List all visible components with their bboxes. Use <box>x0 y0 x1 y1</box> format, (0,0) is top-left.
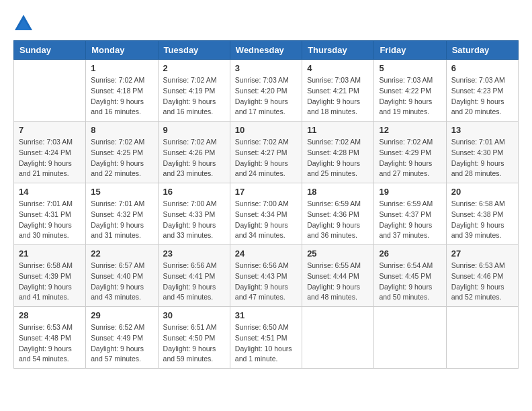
calendar-cell: 6Sunrise: 7:03 AM Sunset: 4:23 PM Daylig… <box>446 60 518 122</box>
day-number: 8 <box>91 125 152 135</box>
day-info: Sunrise: 6:58 AM Sunset: 4:38 PM Dayligh… <box>451 199 513 241</box>
day-info: Sunrise: 6:53 AM Sunset: 4:46 PM Dayligh… <box>451 261 513 303</box>
calendar-cell: 25Sunrise: 6:55 AM Sunset: 4:44 PM Dayli… <box>302 245 374 307</box>
day-number: 15 <box>91 187 152 197</box>
calendar-cell: 4Sunrise: 7:03 AM Sunset: 4:21 PM Daylig… <box>302 60 374 122</box>
day-number: 14 <box>19 187 81 197</box>
day-number: 26 <box>379 248 441 259</box>
calendar-cell: 30Sunrise: 6:51 AM Sunset: 4:50 PM Dayli… <box>158 307 230 369</box>
calendar-cell: 26Sunrise: 6:54 AM Sunset: 4:45 PM Dayli… <box>374 245 446 307</box>
calendar-cell: 2Sunrise: 7:02 AM Sunset: 4:19 PM Daylig… <box>158 60 230 122</box>
day-info: Sunrise: 7:03 AM Sunset: 4:20 PM Dayligh… <box>235 75 297 118</box>
calendar-cell: 11Sunrise: 7:02 AM Sunset: 4:28 PM Dayli… <box>302 122 374 183</box>
calendar-cell: 19Sunrise: 6:59 AM Sunset: 4:37 PM Dayli… <box>374 183 446 245</box>
day-number: 20 <box>451 187 513 197</box>
day-number: 5 <box>379 63 441 73</box>
day-number: 27 <box>451 248 513 259</box>
day-number: 2 <box>163 63 225 73</box>
calendar-week-row: 1Sunrise: 7:02 AM Sunset: 4:18 PM Daylig… <box>14 60 519 122</box>
day-info: Sunrise: 7:01 AM Sunset: 4:32 PM Dayligh… <box>91 199 152 241</box>
day-number: 23 <box>163 248 225 259</box>
day-info: Sunrise: 7:03 AM Sunset: 4:23 PM Dayligh… <box>451 75 513 118</box>
day-info: Sunrise: 7:03 AM Sunset: 4:24 PM Dayligh… <box>19 137 81 179</box>
calendar-cell: 14Sunrise: 7:01 AM Sunset: 4:31 PM Dayli… <box>14 183 86 245</box>
day-info: Sunrise: 7:02 AM Sunset: 4:29 PM Dayligh… <box>379 137 441 179</box>
day-number: 13 <box>451 125 513 135</box>
day-info: Sunrise: 6:52 AM Sunset: 4:49 PM Dayligh… <box>91 322 152 365</box>
calendar-week-row: 14Sunrise: 7:01 AM Sunset: 4:31 PM Dayli… <box>14 183 519 245</box>
calendar-week-row: 21Sunrise: 6:58 AM Sunset: 4:39 PM Dayli… <box>14 245 519 307</box>
calendar-cell: 10Sunrise: 7:02 AM Sunset: 4:27 PM Dayli… <box>230 122 302 183</box>
day-number: 9 <box>163 125 225 135</box>
calendar-cell <box>14 60 86 122</box>
calendar-cell: 18Sunrise: 6:59 AM Sunset: 4:36 PM Dayli… <box>302 183 374 245</box>
day-number: 28 <box>19 310 81 320</box>
calendar-week-row: 7Sunrise: 7:03 AM Sunset: 4:24 PM Daylig… <box>14 122 519 183</box>
logo <box>13 13 36 34</box>
day-number: 3 <box>235 63 297 73</box>
day-info: Sunrise: 7:02 AM Sunset: 4:18 PM Dayligh… <box>91 75 152 118</box>
day-number: 22 <box>91 248 152 259</box>
day-number: 24 <box>235 248 297 259</box>
day-info: Sunrise: 6:58 AM Sunset: 4:39 PM Dayligh… <box>19 261 81 303</box>
logo-icon <box>13 13 34 34</box>
day-info: Sunrise: 7:02 AM Sunset: 4:19 PM Dayligh… <box>163 75 225 118</box>
calendar-cell: 9Sunrise: 7:02 AM Sunset: 4:26 PM Daylig… <box>158 122 230 183</box>
calendar-cell <box>374 307 446 369</box>
calendar-cell: 8Sunrise: 7:02 AM Sunset: 4:25 PM Daylig… <box>86 122 158 183</box>
calendar-cell <box>302 307 374 369</box>
day-info: Sunrise: 6:50 AM Sunset: 4:51 PM Dayligh… <box>235 322 297 365</box>
day-number: 30 <box>163 310 225 320</box>
day-info: Sunrise: 7:00 AM Sunset: 4:33 PM Dayligh… <box>163 199 225 241</box>
day-number: 10 <box>235 125 297 135</box>
day-info: Sunrise: 7:02 AM Sunset: 4:27 PM Dayligh… <box>235 137 297 179</box>
calendar-week-row: 28Sunrise: 6:53 AM Sunset: 4:48 PM Dayli… <box>14 307 519 369</box>
calendar-cell: 15Sunrise: 7:01 AM Sunset: 4:32 PM Dayli… <box>86 183 158 245</box>
calendar-cell: 21Sunrise: 6:58 AM Sunset: 4:39 PM Dayli… <box>14 245 86 307</box>
day-of-week-header: Monday <box>86 41 158 60</box>
day-info: Sunrise: 6:59 AM Sunset: 4:37 PM Dayligh… <box>379 199 441 241</box>
day-number: 6 <box>451 63 513 73</box>
day-info: Sunrise: 6:56 AM Sunset: 4:41 PM Dayligh… <box>163 261 225 303</box>
calendar: SundayMondayTuesdayWednesdayThursdayFrid… <box>13 40 519 369</box>
day-number: 21 <box>19 248 81 259</box>
day-of-week-header: Sunday <box>14 41 86 60</box>
day-number: 12 <box>379 125 441 135</box>
day-number: 31 <box>235 310 297 320</box>
day-info: Sunrise: 6:55 AM Sunset: 4:44 PM Dayligh… <box>307 261 369 303</box>
calendar-cell: 24Sunrise: 6:56 AM Sunset: 4:43 PM Dayli… <box>230 245 302 307</box>
calendar-cell: 29Sunrise: 6:52 AM Sunset: 4:49 PM Dayli… <box>86 307 158 369</box>
day-of-week-header: Saturday <box>446 41 518 60</box>
day-info: Sunrise: 7:01 AM Sunset: 4:30 PM Dayligh… <box>451 137 513 179</box>
calendar-cell: 23Sunrise: 6:56 AM Sunset: 4:41 PM Dayli… <box>158 245 230 307</box>
calendar-header-row: SundayMondayTuesdayWednesdayThursdayFrid… <box>14 41 519 60</box>
day-info: Sunrise: 6:56 AM Sunset: 4:43 PM Dayligh… <box>235 261 297 303</box>
day-info: Sunrise: 7:03 AM Sunset: 4:22 PM Dayligh… <box>379 75 441 118</box>
calendar-cell: 28Sunrise: 6:53 AM Sunset: 4:48 PM Dayli… <box>14 307 86 369</box>
calendar-cell: 31Sunrise: 6:50 AM Sunset: 4:51 PM Dayli… <box>230 307 302 369</box>
calendar-cell: 16Sunrise: 7:00 AM Sunset: 4:33 PM Dayli… <box>158 183 230 245</box>
day-of-week-header: Wednesday <box>230 41 302 60</box>
day-of-week-header: Friday <box>374 41 446 60</box>
day-info: Sunrise: 6:57 AM Sunset: 4:40 PM Dayligh… <box>91 261 152 303</box>
day-number: 16 <box>163 187 225 197</box>
day-number: 29 <box>91 310 152 320</box>
header <box>13 13 519 34</box>
day-info: Sunrise: 7:02 AM Sunset: 4:25 PM Dayligh… <box>91 137 152 179</box>
day-number: 1 <box>91 63 152 73</box>
calendar-cell: 20Sunrise: 6:58 AM Sunset: 4:38 PM Dayli… <box>446 183 518 245</box>
calendar-cell: 12Sunrise: 7:02 AM Sunset: 4:29 PM Dayli… <box>374 122 446 183</box>
day-of-week-header: Tuesday <box>158 41 230 60</box>
calendar-cell: 17Sunrise: 7:00 AM Sunset: 4:34 PM Dayli… <box>230 183 302 245</box>
day-number: 4 <box>307 63 369 73</box>
calendar-cell: 3Sunrise: 7:03 AM Sunset: 4:20 PM Daylig… <box>230 60 302 122</box>
calendar-cell: 13Sunrise: 7:01 AM Sunset: 4:30 PM Dayli… <box>446 122 518 183</box>
calendar-cell: 5Sunrise: 7:03 AM Sunset: 4:22 PM Daylig… <box>374 60 446 122</box>
day-info: Sunrise: 6:53 AM Sunset: 4:48 PM Dayligh… <box>19 322 81 365</box>
day-number: 17 <box>235 187 297 197</box>
day-number: 7 <box>19 125 81 135</box>
day-info: Sunrise: 7:02 AM Sunset: 4:28 PM Dayligh… <box>307 137 369 179</box>
calendar-cell: 1Sunrise: 7:02 AM Sunset: 4:18 PM Daylig… <box>86 60 158 122</box>
calendar-cell <box>446 307 518 369</box>
calendar-cell: 7Sunrise: 7:03 AM Sunset: 4:24 PM Daylig… <box>14 122 86 183</box>
